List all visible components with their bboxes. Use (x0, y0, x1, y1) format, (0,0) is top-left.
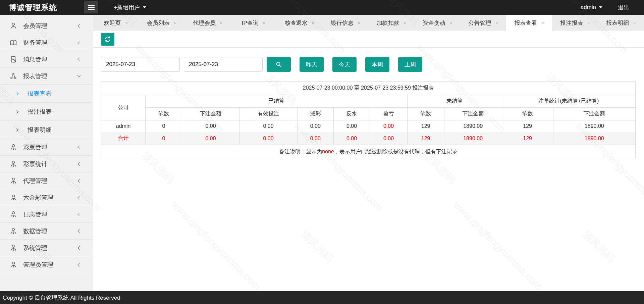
tab-报表查看[interactable]: 报表查看× (506, 15, 552, 31)
column-header: 盈亏 (370, 108, 408, 120)
app-title: 博诚管理系统 (0, 2, 84, 13)
cell-total-value: 0.00 (182, 132, 239, 145)
arrow-right-icon (15, 91, 20, 96)
tab-close-icon[interactable]: × (174, 20, 177, 26)
chevron-left-icon (76, 195, 82, 200)
sidebar-subitem-label: 报表查看 (28, 90, 52, 98)
content: 昨天今天本周上周 2025-07-23 00:00:00 至 2025-07-2… (93, 48, 644, 291)
tab-close-icon[interactable]: × (541, 20, 544, 26)
refresh-icon (103, 35, 112, 44)
tab-close-icon[interactable]: × (404, 20, 407, 26)
sidebar: 会员管理财务管理消息管理报表管理报表查看投注报表报表明细彩票管理彩票统计代理管理… (0, 15, 93, 291)
hamburger-menu-button[interactable] (84, 1, 98, 13)
tab-投注报表[interactable]: 投注报表× (552, 15, 598, 31)
report-sub-header-row: 笔数下注金额有效投注派彩反水盈亏笔数下注金额笔数下注金额 (101, 108, 636, 120)
tab-核查返水[interactable]: 核查返水× (277, 15, 323, 31)
column-header: 下注金额 (553, 108, 635, 120)
logout-button[interactable]: 退出 (618, 4, 629, 11)
note-highlight: none (322, 149, 334, 154)
user-tie-icon (9, 160, 17, 168)
cell-value: 1890.00 (553, 120, 635, 132)
sidebar-subitem-报表查看[interactable]: 报表查看 (0, 85, 93, 103)
tab-close-icon[interactable]: × (633, 20, 636, 26)
tab-close-icon[interactable]: × (587, 20, 590, 26)
sidebar-item-日志管理[interactable]: 日志管理 (0, 206, 93, 223)
chevron-left-icon (76, 145, 82, 150)
tab-IP查询[interactable]: IP查询× (231, 15, 277, 31)
sidebar-item-彩票管理[interactable]: 彩票管理 (0, 139, 93, 156)
cell-total-value: 0.00 (239, 132, 297, 145)
sidebar-subitem-投注报表[interactable]: 投注报表 (0, 103, 93, 121)
column-header: 有效投注 (239, 108, 297, 120)
tab-close-icon[interactable]: × (312, 20, 315, 26)
sidebar-item-会员管理[interactable]: 会员管理 (0, 17, 93, 34)
add-user-dropdown[interactable]: +新增用户 (114, 4, 146, 11)
chevron-left-icon (76, 212, 82, 217)
tab-会员列表[interactable]: 会员列表× (139, 15, 185, 31)
tab-close-icon[interactable]: × (358, 20, 361, 26)
column-header-company: 公司 (101, 95, 146, 120)
user-tie-icon (9, 244, 17, 252)
sidebar-subitem-报表明细[interactable]: 报表明细 (0, 121, 93, 139)
cell-total-value: 129 (502, 132, 553, 145)
cell-total-value: 1890.00 (553, 132, 635, 145)
username: admin (581, 4, 596, 11)
caret-down-icon (143, 6, 146, 8)
note-prefix: 备注说明：显示为 (279, 149, 322, 154)
cell-value: 0.00 (239, 120, 297, 132)
chevron-left-icon (76, 245, 82, 251)
sidebar-item-彩票统计[interactable]: 彩票统计 (0, 156, 93, 172)
quick-button-上周[interactable]: 上周 (398, 57, 422, 72)
cell-total-value: 0 (146, 132, 182, 145)
tab-label: 银行信息 (331, 19, 354, 27)
tab-资金变动[interactable]: 资金变动× (414, 15, 460, 31)
cell-value: 129 (407, 120, 444, 132)
tab-label: 公告管理 (468, 19, 491, 27)
tab-close-icon[interactable]: × (449, 20, 452, 26)
sidebar-subitem-label: 投注报表 (28, 108, 52, 116)
quick-button-本周[interactable]: 本周 (365, 57, 389, 72)
sidebar-item-数据管理[interactable]: 数据管理 (0, 223, 93, 240)
cell-value: 0.00 (370, 120, 408, 132)
column-header: 反水 (333, 108, 370, 120)
sidebar-item-财务管理[interactable]: 财务管理 (0, 34, 93, 51)
cell-company: admin (101, 120, 146, 132)
quick-button-昨天[interactable]: 昨天 (300, 57, 324, 72)
tab-报表明细[interactable]: 报表明细× (598, 15, 644, 31)
footer-bar: Copyright © 后台管理系统 All Rights Reserved (0, 291, 644, 304)
tab-label: 核查返水 (285, 19, 308, 27)
date-to-input[interactable] (184, 57, 263, 72)
tab-代理会员[interactable]: 代理会员× (185, 15, 231, 31)
tab-close-icon[interactable]: × (495, 20, 498, 26)
cell-value: 0.00 (182, 120, 239, 132)
tab-欢迎页[interactable]: 欢迎页× (93, 15, 139, 31)
sidebar-item-label: 系统管理 (23, 244, 76, 252)
search-button[interactable] (267, 57, 291, 72)
cell-total-value: 1890.00 (444, 132, 502, 145)
chevron-left-icon (76, 161, 82, 167)
sidebar-item-label: 管理员管理 (23, 261, 76, 269)
sidebar-item-代理管理[interactable]: 代理管理 (0, 172, 93, 189)
column-header: 笔数 (502, 108, 553, 120)
user-dropdown[interactable]: admin (581, 4, 602, 11)
tab-银行信息[interactable]: 银行信息× (323, 15, 369, 31)
arrow-right-icon (15, 127, 20, 133)
tab-close-icon[interactable]: × (125, 20, 128, 26)
refresh-button[interactable] (101, 33, 114, 46)
tab-公告管理[interactable]: 公告管理× (460, 15, 506, 31)
sidebar-item-消息管理[interactable]: 消息管理 (0, 51, 93, 68)
tab-label: 报表查看 (514, 19, 537, 27)
sidebar-item-报表管理[interactable]: 报表管理 (0, 68, 93, 85)
date-from-input[interactable] (101, 57, 180, 72)
quick-button-今天[interactable]: 今天 (332, 57, 357, 72)
tab-close-icon[interactable]: × (220, 20, 223, 26)
sidebar-item-系统管理[interactable]: 系统管理 (0, 240, 93, 256)
sidebar-item-管理员管理[interactable]: 管理员管理 (0, 256, 93, 273)
tab-加款扣款[interactable]: 加款扣款× (369, 15, 415, 31)
sidebar-item-六合彩管理[interactable]: 六合彩管理 (0, 189, 93, 206)
column-header: 笔数 (146, 108, 182, 120)
topbar-right: admin 退出 (581, 4, 644, 11)
column-header: 派彩 (297, 108, 333, 120)
sidebar-item-label: 报表管理 (23, 72, 76, 80)
tab-close-icon[interactable]: × (263, 20, 266, 26)
